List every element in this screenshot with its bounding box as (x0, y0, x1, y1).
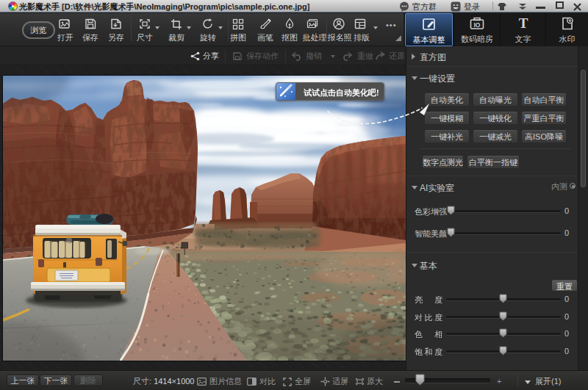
svg-text:T: T (518, 16, 528, 31)
svg-text:IO: IO (474, 21, 481, 29)
